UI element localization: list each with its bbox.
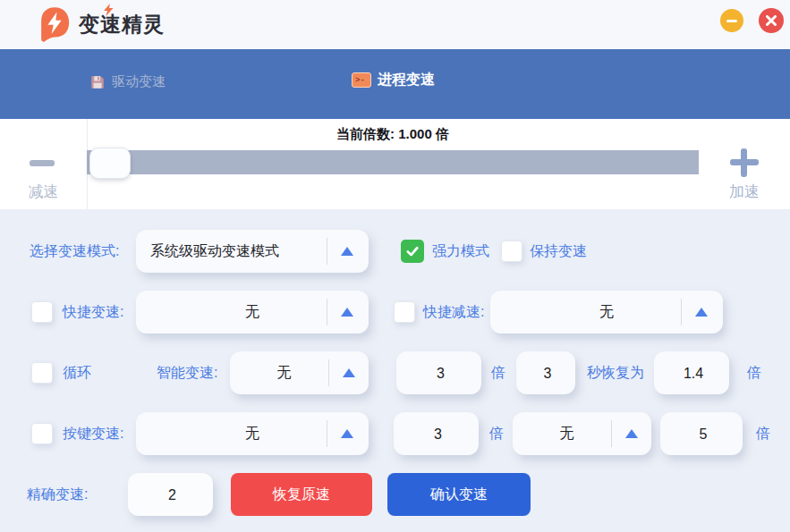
speed-slider-section: 当前倍数: 1.000 倍 减速 加速 bbox=[0, 119, 790, 209]
smart-restore-unit: 倍 bbox=[747, 351, 761, 394]
mode-select[interactable]: 系统级驱动变速模式 bbox=[136, 230, 369, 273]
smart-times-field[interactable] bbox=[396, 351, 481, 394]
key-speed-value: 无 bbox=[136, 412, 369, 455]
dropdown-divider bbox=[327, 420, 327, 447]
quick-slowdown-value: 无 bbox=[490, 291, 723, 334]
titlebar: 变速精灵 bbox=[0, 0, 790, 49]
dropdown-divider bbox=[681, 299, 682, 325]
close-icon bbox=[766, 15, 777, 26]
loop-label: 循环 bbox=[63, 351, 91, 394]
power-mode-label: 强力模式 bbox=[432, 230, 489, 273]
keep-speed-label: 保持变速 bbox=[530, 230, 587, 273]
smart-restore-field[interactable] bbox=[654, 351, 729, 394]
triangle-up-icon[interactable] bbox=[341, 308, 353, 317]
confirm-speed-button[interactable]: 确认变速 bbox=[387, 473, 531, 516]
navbar: 驱动变速 >- 进程变速 bbox=[0, 49, 790, 119]
smart-restore-input[interactable] bbox=[654, 351, 733, 396]
current-multiple-label: 当前倍数: 1.000 倍 bbox=[87, 126, 699, 143]
plus-icon[interactable] bbox=[730, 148, 759, 177]
dropdown-divider bbox=[611, 420, 612, 447]
quick-slowdown-checkbox[interactable] bbox=[394, 301, 415, 323]
power-mode-checkbox[interactable] bbox=[401, 240, 424, 263]
decrease-button-label[interactable]: 减速 bbox=[0, 182, 87, 202]
minus-icon[interactable] bbox=[30, 160, 55, 166]
app-logo-icon bbox=[39, 6, 70, 42]
key-times-unit: 倍 bbox=[489, 412, 504, 455]
speed-slider-thumb[interactable] bbox=[89, 148, 131, 179]
triangle-up-icon[interactable] bbox=[343, 368, 355, 377]
triangle-up-icon[interactable] bbox=[341, 247, 353, 256]
triangle-up-icon[interactable] bbox=[695, 308, 708, 317]
precise-speed-label: 精确变速: bbox=[27, 473, 88, 516]
dropdown-divider bbox=[328, 359, 329, 386]
precise-speed-field[interactable] bbox=[128, 473, 213, 516]
key-times2-field[interactable] bbox=[660, 412, 743, 455]
terminal-icon: >- bbox=[352, 72, 371, 88]
key-speed-label: 按键变速: bbox=[63, 412, 123, 455]
smart-speed-label: 智能变速: bbox=[157, 351, 217, 394]
loop-checkbox[interactable] bbox=[31, 362, 53, 384]
tab-process-speed[interactable]: >- 进程变速 bbox=[352, 71, 435, 89]
smart-times-unit: 倍 bbox=[491, 351, 505, 394]
dropdown-divider bbox=[327, 299, 327, 325]
precise-speed-input[interactable] bbox=[128, 473, 217, 518]
triangle-up-icon[interactable] bbox=[625, 429, 638, 438]
increase-button-label[interactable]: 加速 bbox=[715, 182, 774, 202]
quick-speedup-checkbox[interactable] bbox=[31, 301, 53, 323]
key-times2-input[interactable] bbox=[660, 412, 746, 457]
smart-times-input[interactable] bbox=[396, 351, 485, 396]
app-window: 变速精灵 驱动变速 >- 进程变速 bbox=[0, 0, 790, 532]
key-speed-checkbox[interactable] bbox=[31, 423, 53, 444]
smart-seconds-input[interactable] bbox=[516, 351, 579, 396]
tab-process-label: 进程变速 bbox=[378, 71, 435, 89]
mode-select-value: 系统级驱动变速模式 bbox=[136, 230, 369, 273]
key-binding-select[interactable]: 无 bbox=[513, 412, 651, 455]
restore-speed-button[interactable]: 恢复原速 bbox=[231, 473, 372, 516]
mode-select-label: 选择变速模式: bbox=[30, 230, 119, 273]
quick-slowdown-select[interactable]: 无 bbox=[490, 291, 723, 334]
key-speed-select[interactable]: 无 bbox=[136, 412, 369, 455]
quick-slowdown-label: 快捷减速: bbox=[423, 291, 484, 334]
spark-icon bbox=[104, 4, 114, 16]
smart-speed-select[interactable]: 无 bbox=[230, 351, 369, 394]
triangle-up-icon[interactable] bbox=[341, 429, 353, 438]
dropdown-divider bbox=[327, 238, 327, 265]
minimize-icon bbox=[726, 20, 737, 22]
quick-speedup-select[interactable]: 无 bbox=[136, 291, 369, 334]
smart-seconds-field[interactable] bbox=[516, 351, 575, 394]
key-times2-unit: 倍 bbox=[756, 412, 770, 455]
quick-speedup-value: 无 bbox=[136, 291, 369, 334]
floppy-disk-icon bbox=[89, 74, 106, 90]
key-times-input[interactable] bbox=[394, 412, 482, 457]
tab-driver-label: 驱动变速 bbox=[112, 73, 166, 90]
smart-restore-label: 秒恢复为 bbox=[587, 351, 644, 394]
quick-speedup-label: 快捷变速: bbox=[63, 291, 123, 334]
speed-slider-track[interactable] bbox=[87, 150, 699, 174]
tab-driver-speed[interactable]: 驱动变速 bbox=[89, 73, 166, 90]
close-button[interactable] bbox=[759, 8, 784, 33]
keep-speed-checkbox[interactable] bbox=[501, 241, 522, 262]
minimize-button[interactable] bbox=[720, 9, 743, 32]
checkmark-icon bbox=[404, 243, 420, 259]
app-title: 变速精灵 bbox=[79, 0, 165, 49]
key-times-field[interactable] bbox=[394, 412, 479, 455]
